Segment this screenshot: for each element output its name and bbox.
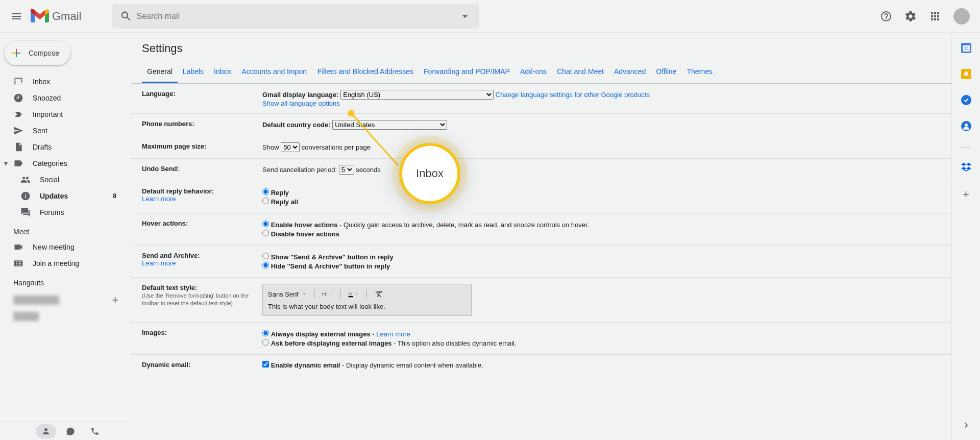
apps-button[interactable] [925, 6, 945, 27]
support-button[interactable] [876, 6, 896, 27]
sidebar-item-important[interactable]: Important [0, 106, 131, 123]
settings-tabs: General Labels Inbox Accounts and Import… [131, 62, 951, 84]
chevron-down-icon [459, 10, 471, 22]
settings-panel: Settings General Labels Inbox Accounts a… [131, 33, 951, 440]
plus-multicolor-icon [10, 47, 22, 59]
hide-archive-radio[interactable] [262, 262, 269, 268]
tab-chat[interactable]: Chat and Meet [552, 62, 609, 83]
text-size-button[interactable]: ᴛT [322, 289, 333, 299]
learn-more-link[interactable]: Learn more [142, 259, 262, 267]
account-avatar[interactable] [953, 8, 970, 25]
nav-label: Updates [40, 192, 68, 200]
side-panel-add[interactable]: + [963, 188, 969, 201]
hangouts-tab-phone[interactable] [85, 424, 105, 438]
sidebar-item-inbox[interactable]: Inbox [0, 74, 131, 90]
gmail-logo[interactable]: Gmail [31, 9, 81, 24]
tab-themes[interactable]: Themes [681, 62, 718, 83]
show-all-languages-link[interactable]: Show all language options [262, 100, 340, 107]
row-label: Dynamic email: [142, 361, 262, 369]
callout-anchor-dot [348, 110, 354, 116]
row-sublabel: (Use the 'Remove formatting' button on t… [142, 292, 249, 306]
tab-labels[interactable]: Labels [178, 62, 209, 83]
remove-formatting-button[interactable] [374, 289, 385, 299]
side-panel-tasks[interactable] [961, 95, 971, 107]
tab-general[interactable]: General [142, 62, 178, 83]
sidebar-item-social[interactable]: Social [0, 172, 131, 188]
radio-label: Reply all [271, 198, 298, 206]
remove-format-icon [375, 289, 384, 299]
sidebar-item-join-meeting[interactable]: Join a meeting [0, 255, 131, 272]
row-label: Language: [142, 90, 262, 107]
row-label: Default reply behavior: [142, 187, 214, 195]
disable-hover-radio[interactable] [262, 230, 269, 236]
reply-all-radio[interactable] [262, 198, 269, 204]
country-code-select[interactable]: United States [332, 120, 447, 130]
hangouts-tab-chat[interactable] [60, 424, 81, 438]
hangouts-tab-contacts[interactable] [36, 424, 56, 438]
tab-filters[interactable]: Filters and Blocked Addresses [312, 62, 419, 83]
font-select[interactable]: Sans Serif [268, 290, 307, 298]
row-label: Default text style: [142, 284, 197, 291]
nav-label: Drafts [33, 143, 52, 151]
chevron-down-icon [329, 291, 333, 297]
hangouts-contact[interactable] [0, 308, 131, 325]
sidebar-item-categories[interactable]: ▾Categories [0, 155, 131, 172]
search-options-button[interactable] [455, 6, 475, 27]
side-panel-dropbox[interactable] [961, 162, 971, 174]
sidebar-item-new-meeting[interactable]: New meeting [0, 239, 131, 255]
text-color-button[interactable]: A [348, 289, 359, 299]
tab-addons[interactable]: Add-ons [515, 62, 552, 83]
settings-scroll-area[interactable]: Language: Gmail display language: Englis… [131, 84, 951, 440]
language-select[interactable]: English (US) [340, 90, 494, 100]
show-archive-radio[interactable] [262, 253, 269, 259]
hangouts-contact[interactable]: + [0, 292, 131, 308]
redacted-text [13, 312, 39, 321]
header: Gmail [0, 0, 980, 33]
row-phone: Phone numbers: Default country code: Uni… [131, 114, 951, 136]
undo-period-select[interactable]: 5 [339, 165, 354, 175]
keyboard-icon [13, 258, 23, 268]
sidebar-item-sent[interactable]: Sent [0, 123, 131, 139]
inbox-icon [13, 77, 23, 87]
row-hover: Hover actions: Enable hover actions - Qu… [131, 213, 951, 246]
side-panel-collapse[interactable] [961, 420, 971, 432]
main-menu-button[interactable] [4, 4, 29, 29]
row-label: Undo Send: [142, 165, 262, 175]
search-input[interactable] [136, 12, 455, 21]
ask-before-radio[interactable] [262, 339, 269, 346]
radio-label: Show "Send & Archive" button in reply [271, 253, 394, 261]
side-panel-contacts[interactable] [961, 121, 971, 133]
sidebar-item-drafts[interactable]: Drafts [0, 139, 131, 155]
page-size-select[interactable]: 50 [281, 142, 300, 152]
side-panel-keep[interactable] [961, 69, 971, 81]
dynamic-email-checkbox[interactable] [262, 361, 269, 368]
nav-label: Join a meeting [33, 259, 79, 267]
enable-hover-radio[interactable] [262, 221, 269, 227]
tab-advanced[interactable]: Advanced [609, 62, 651, 83]
header-actions [876, 6, 976, 27]
tab-forwarding[interactable]: Forwarding and POP/IMAP [419, 62, 515, 83]
hangouts-tabs [0, 422, 131, 440]
label-icon [13, 158, 23, 168]
add-contact-button[interactable]: + [112, 294, 118, 307]
change-language-link[interactable]: Change language settings for other Googl… [496, 91, 650, 99]
phone-icon [90, 427, 100, 436]
reply-radio[interactable] [262, 188, 269, 195]
settings-button[interactable] [900, 6, 921, 27]
learn-more-link[interactable]: Learn more [376, 330, 410, 338]
row-label: Hover actions: [142, 219, 262, 239]
row-language: Language: Gmail display language: Englis… [131, 84, 951, 114]
tab-offline[interactable]: Offline [651, 62, 681, 83]
sidebar-item-snoozed[interactable]: Snoozed [0, 90, 131, 106]
important-icon [13, 109, 23, 119]
sidebar-item-forums[interactable]: Forums [0, 204, 131, 221]
compose-button[interactable]: Compose [4, 41, 70, 65]
tab-inbox[interactable]: Inbox [209, 62, 236, 83]
side-panel-calendar[interactable]: 31 [961, 43, 971, 55]
sidebar-item-updates[interactable]: Updates8 [0, 188, 131, 204]
tab-accounts[interactable]: Accounts and Import [236, 62, 312, 83]
row-label: Maximum page size: [142, 142, 262, 152]
always-display-radio[interactable] [262, 330, 269, 336]
search-button[interactable] [116, 6, 136, 27]
learn-more-link[interactable]: Learn more [142, 195, 262, 203]
